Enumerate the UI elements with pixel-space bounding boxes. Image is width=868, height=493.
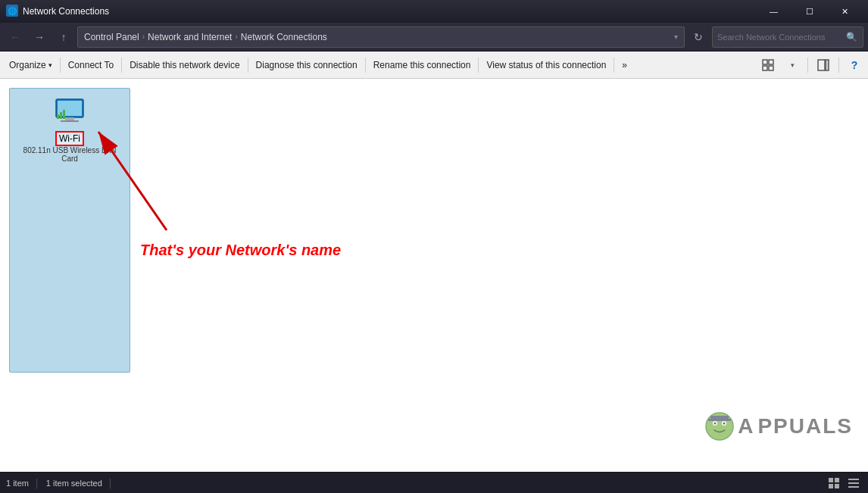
disable-label: Disable this network device	[130, 60, 239, 70]
refresh-button[interactable]: ↻	[688, 27, 709, 48]
status-sep-1: │	[35, 479, 40, 488]
window-title: Network Connections	[23, 6, 109, 17]
up-button[interactable]: ↑	[53, 27, 74, 48]
view-options-button[interactable]	[757, 55, 779, 76]
svg-rect-24	[829, 478, 833, 482]
svg-rect-28	[848, 479, 859, 480]
wifi-icon-area	[52, 93, 88, 129]
watermark: A PPUALS	[704, 411, 853, 442]
path-sep-2: ›	[235, 33, 237, 41]
svg-rect-26	[829, 484, 833, 488]
items-area: Wi-Fi 802.11n USB Wireless LAN Card	[0, 79, 868, 382]
diagnose-button[interactable]: Diagnose this connection	[250, 53, 364, 77]
toolbar: Organize ▾ Connect To Disable this netwo…	[0, 51, 868, 79]
svg-rect-4	[763, 66, 767, 70]
toolbar-sep-3	[248, 58, 248, 73]
watermark-text: A	[738, 414, 754, 438]
preview-pane-button[interactable]	[813, 55, 834, 76]
more-button[interactable]: »	[616, 53, 633, 77]
organize-label: Organize	[9, 60, 46, 70]
path-network-internet[interactable]: Network and Internet	[148, 32, 232, 42]
svg-rect-5	[769, 66, 773, 70]
svg-text:🌐: 🌐	[8, 6, 17, 16]
status-sep-2: │	[108, 479, 114, 488]
title-bar-left: 🌐 Network Connections	[6, 5, 109, 19]
toolbar-sep-6	[614, 58, 614, 73]
svg-rect-7	[826, 60, 829, 70]
svg-point-19	[722, 421, 726, 426]
main-area: Wi-Fi 802.11n USB Wireless LAN Card That…	[0, 79, 868, 472]
title-bar: 🌐 Network Connections — ☐ ✕	[0, 0, 868, 23]
maximize-button[interactable]: ☐	[792, 0, 826, 23]
wifi-label: Wi-Fi	[55, 131, 84, 146]
search-icon: 🔍	[846, 32, 857, 42]
svg-rect-25	[835, 478, 839, 482]
status-bar: 1 item │ 1 item selected │	[0, 472, 868, 493]
path-network-connections[interactable]: Network Connections	[241, 32, 327, 42]
watermark-face-icon	[704, 411, 735, 442]
wifi-icon	[52, 93, 88, 129]
organize-button[interactable]: Organize ▾	[3, 53, 58, 77]
connect-to-label: Connect To	[68, 60, 114, 70]
title-bar-controls: — ☐ ✕	[757, 0, 862, 23]
toolbar-sep-1	[60, 58, 61, 73]
svg-point-18	[713, 421, 717, 426]
svg-rect-22	[710, 416, 729, 420]
disable-button[interactable]: Disable this network device	[123, 53, 245, 77]
rename-button[interactable]: Rename this connection	[367, 53, 477, 77]
svg-rect-23	[708, 419, 731, 421]
address-bar: ← → ↑ Control Panel › Network and Intern…	[0, 23, 868, 51]
view-status-label: View status of this connection	[486, 60, 606, 70]
path-dropdown-icon[interactable]: ▾	[674, 33, 678, 41]
search-box[interactable]: 🔍	[712, 27, 863, 48]
svg-rect-11	[61, 120, 79, 122]
toolbar-right: ▾ ?	[757, 55, 865, 76]
svg-point-17	[706, 413, 733, 440]
svg-rect-14	[63, 110, 65, 119]
svg-rect-13	[60, 112, 62, 119]
forward-button[interactable]: →	[29, 27, 50, 48]
window-icon: 🌐	[6, 5, 18, 19]
watermark-text-2: PPUALS	[757, 414, 853, 438]
status-item-count: 1 item	[6, 479, 29, 488]
toolbar-sep-4	[365, 58, 366, 73]
minimize-button[interactable]: —	[757, 0, 791, 23]
rename-label: Rename this connection	[373, 60, 471, 70]
view-dropdown-icon[interactable]: ▾	[782, 55, 803, 76]
organize-dropdown-icon: ▾	[48, 61, 52, 69]
help-button[interactable]: ?	[844, 55, 865, 76]
address-path[interactable]: Control Panel › Network and Internet › N…	[77, 27, 685, 48]
status-list-btn[interactable]	[845, 475, 862, 491]
toolbar-sep-5	[478, 58, 479, 73]
svg-rect-27	[835, 484, 839, 488]
connect-to-button[interactable]: Connect To	[62, 53, 120, 77]
view-status-button[interactable]: View status of this connection	[480, 53, 612, 77]
svg-point-20	[714, 423, 717, 425]
search-input[interactable]	[717, 33, 846, 42]
toolbar-sep-2	[121, 58, 122, 73]
svg-rect-10	[65, 117, 74, 120]
back-button[interactable]: ←	[5, 27, 26, 48]
wifi-network-item[interactable]: Wi-Fi 802.11n USB Wireless LAN Card	[9, 88, 130, 373]
svg-rect-12	[57, 114, 59, 119]
svg-rect-6	[818, 60, 825, 70]
diagnose-label: Diagnose this connection	[256, 60, 358, 70]
svg-rect-2	[763, 60, 767, 64]
svg-rect-30	[848, 486, 859, 488]
status-right	[826, 475, 862, 491]
status-large-icon-btn[interactable]	[826, 475, 842, 491]
wifi-sublabel: 802.11n USB Wireless LAN Card	[16, 146, 123, 163]
svg-rect-29	[848, 482, 859, 484]
toolbar-sep-7	[807, 58, 808, 73]
toolbar-sep-8	[838, 58, 839, 73]
path-control-panel[interactable]: Control Panel	[84, 32, 139, 42]
svg-rect-3	[769, 60, 773, 64]
close-button[interactable]: ✕	[828, 0, 862, 23]
svg-point-21	[723, 423, 726, 425]
more-label: »	[622, 60, 627, 70]
status-selected: 1 item selected	[46, 479, 102, 488]
path-sep-1: ›	[142, 33, 145, 41]
